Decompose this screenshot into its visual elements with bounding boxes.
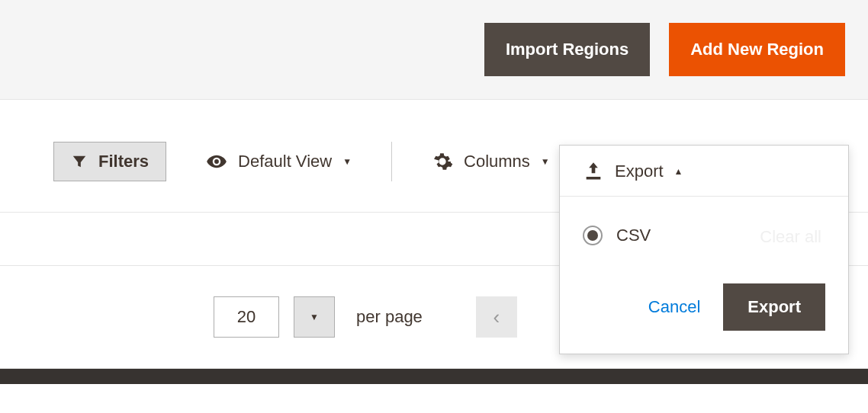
page-size-input[interactable] bbox=[214, 296, 279, 338]
header-actions: Import Regions Add New Region bbox=[0, 0, 868, 100]
clear-all-link[interactable]: Clear all bbox=[760, 227, 821, 247]
chevron-down-icon: ▼ bbox=[541, 156, 550, 167]
filters-label: Filters bbox=[98, 152, 149, 171]
svg-rect-0 bbox=[587, 177, 601, 180]
add-new-region-button[interactable]: Add New Region bbox=[669, 23, 845, 76]
cancel-link[interactable]: Cancel bbox=[648, 297, 700, 317]
page-size-dropdown[interactable]: ▼ bbox=[294, 296, 335, 338]
chevron-up-icon: ▲ bbox=[674, 166, 683, 177]
gear-icon bbox=[432, 151, 453, 172]
chevron-down-icon: ▼ bbox=[310, 312, 319, 322]
export-toggle[interactable]: Export ▲ bbox=[560, 146, 848, 197]
export-body: Clear all CSV Cancel Export bbox=[560, 197, 848, 354]
funnel-icon bbox=[71, 153, 88, 170]
chevron-left-icon: ‹ bbox=[493, 306, 500, 329]
view-label: Default View bbox=[238, 152, 332, 171]
import-regions-button[interactable]: Import Regions bbox=[484, 23, 650, 76]
export-actions: Cancel Export bbox=[583, 283, 825, 331]
filters-button[interactable]: Filters bbox=[53, 142, 166, 181]
columns-control[interactable]: Columns ▼ bbox=[423, 145, 559, 178]
export-option-label: CSV bbox=[616, 226, 651, 245]
export-label: Export bbox=[615, 162, 664, 181]
eye-icon bbox=[206, 151, 227, 172]
columns-label: Columns bbox=[464, 152, 530, 171]
pager-prev-button[interactable]: ‹ bbox=[476, 296, 517, 338]
export-submit-button[interactable]: Export bbox=[723, 283, 825, 331]
table-header-bar bbox=[0, 369, 868, 384]
chevron-down-icon: ▼ bbox=[342, 156, 352, 167]
radio-icon bbox=[583, 226, 603, 245]
per-page-label: per page bbox=[356, 307, 423, 327]
export-panel: Export ▲ Clear all CSV Cancel Export bbox=[559, 145, 849, 354]
toolbar-divider bbox=[391, 142, 392, 181]
view-switcher[interactable]: Default View ▼ bbox=[197, 145, 361, 178]
export-icon bbox=[583, 161, 604, 182]
